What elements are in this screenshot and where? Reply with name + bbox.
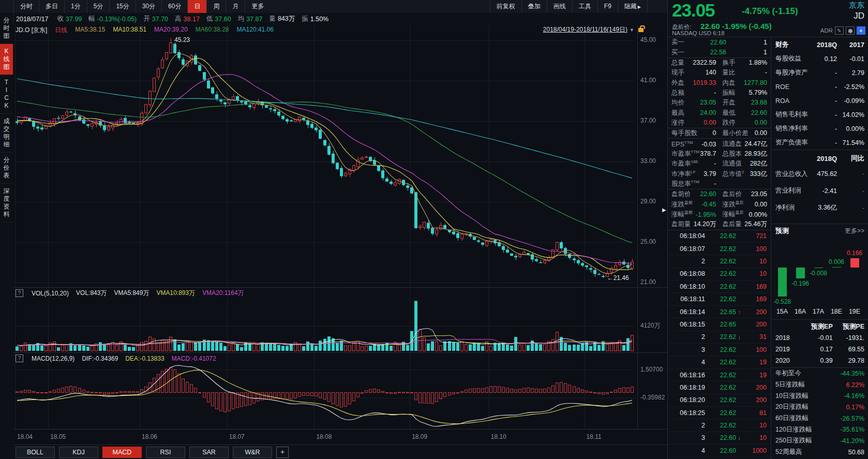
quote-row: 最高24.00最低22.60 [668, 108, 771, 117]
period-tab-60m[interactable]: 60分 [161, 0, 187, 13]
toolbar-draw-line[interactable]: 画线 [547, 0, 572, 13]
bell-icon[interactable] [846, 26, 855, 35]
toolbar-hide[interactable]: 隐藏▶ [618, 0, 648, 13]
more-link[interactable]: 更多>> [845, 227, 864, 235]
trade-price: 22.62 [708, 245, 736, 253]
financials-rows: 每股收益0.12-0.01每股净资产-2.79ROE--2.52%ROA--0.… [771, 52, 868, 150]
vol-legend-item: VMA10:893万 [156, 289, 195, 298]
add-icon[interactable]: + [857, 26, 865, 35]
pe-pe-value: -1931. [833, 334, 864, 342]
forecast-bar-label: -0.196 [791, 280, 809, 287]
help-icon[interactable]: ? [16, 354, 23, 362]
financial-label: 净利润 [775, 203, 810, 212]
financial-label: 资产负债率 [775, 138, 810, 147]
forecast-bar [796, 268, 805, 278]
panel-collapse-arrow[interactable]: ▶ [662, 207, 666, 213]
indicator-tab-kdj[interactable]: KDJ [59, 447, 98, 458]
trade-volume: 10 [743, 270, 767, 277]
chart-title-item: MA20:39.20 [154, 26, 188, 35]
indicator-tab-macd[interactable]: MACD [102, 447, 142, 458]
period-tab-15m[interactable]: 15分 [109, 0, 135, 13]
sidebar-item-price-table[interactable]: 分价表 [0, 153, 13, 184]
period-tab-more[interactable]: 更多 [245, 0, 270, 13]
toolbar-f9[interactable]: F9 [597, 0, 618, 13]
quote-label: 换手 [723, 58, 736, 67]
quote-value: 23.05 [751, 190, 767, 198]
trade-volume: 1000 [743, 447, 767, 454]
trade-row: 222.62↓31 [668, 331, 771, 344]
quote-label: 涨幅盘前 [671, 210, 693, 219]
quote-label: 每手股数 [671, 129, 697, 138]
info-label: 开 [143, 14, 150, 23]
unlock-icon[interactable] [638, 28, 643, 32]
period-tab-1m[interactable]: 1分 [64, 0, 87, 13]
period-tab-30m[interactable]: 30分 [136, 0, 161, 13]
toolbar-forward-adjust[interactable]: 前复权 [490, 0, 521, 13]
toolbar-overlay[interactable]: 叠加 [521, 0, 547, 13]
financial-value: -2.41 [810, 187, 837, 195]
quote-value: -0.45 [701, 201, 716, 208]
forecast-bar-label: -0.528 [773, 298, 791, 305]
left-sidebar: 分时图K线图TICK成交明细分价表深度资料 [0, 13, 13, 459]
date-range-text[interactable]: 2018/04/19-2018/11/16(149日) [543, 25, 627, 34]
quote-row: 涨幅盘前-1.95%涨幅盘后0.00% [668, 210, 771, 219]
financial-label: ROA [775, 97, 810, 105]
pe-col-pe: 预测PE [833, 322, 864, 331]
trade-price: 22.60 [708, 447, 736, 454]
financial-row: 销售净利率-0.00% [771, 122, 868, 136]
quote-label: 涨跌盘前 [671, 200, 693, 209]
sidebar-item-trade-details[interactable]: 成交明细 [0, 114, 13, 153]
quote-label: 总量 [671, 58, 684, 67]
financial-yoy: - [837, 204, 864, 212]
period-tab-week[interactable]: 周 [206, 0, 226, 13]
quote-value: 25.46万 [744, 220, 767, 229]
sidebar-item-depth-info[interactable]: 深度资料 [0, 184, 13, 223]
period-tab-month[interactable]: 月 [226, 0, 245, 13]
vol-legend-item: VOL:843万 [76, 289, 107, 298]
sidebar-item-kline-chart[interactable]: K线图 [0, 44, 13, 75]
indicator-tab-sar[interactable]: SAR [189, 447, 229, 458]
period-tab-day[interactable]: 日 [187, 0, 206, 13]
stat-row: 52周最高50.68 [771, 447, 868, 458]
financial-yoy: - [837, 187, 864, 195]
quote-label: 流通值 [723, 159, 742, 168]
edit-icon[interactable]: ✎ [835, 26, 844, 35]
toolbar-actions: 前复权叠加画线工具F9隐藏▶ [490, 0, 648, 13]
time-sales-list[interactable]: 06:18:0422.6272106:18:0722.62100222.6210… [668, 230, 771, 459]
indicator-tabs: BOLLKDJMACDRSISARW&R+ [13, 445, 667, 459]
indicator-tab-wr[interactable]: W&R [233, 447, 272, 458]
quote-row: EPSTTM-0.03流通盘24.47亿 [668, 139, 771, 149]
kline-canvas[interactable] [13, 25, 667, 445]
trade-row: 06:18:2622.6050 [668, 457, 771, 459]
sidebar-item-tick[interactable]: TICK [0, 75, 13, 114]
trade-price: 22.62 [708, 346, 736, 353]
quote-left-column: 卖一22.601买一22.561总量2322.59换手1.88%现手140量比-… [668, 37, 771, 459]
add-indicator-icon[interactable]: + [276, 447, 289, 458]
trade-time: 06:18:07 [672, 245, 705, 253]
trade-time: 2 [672, 422, 705, 429]
quote-label: 跌停 [723, 119, 736, 127]
indicator-tab-boll[interactable]: BOLL [16, 447, 55, 458]
period-tab-5m[interactable]: 5分 [87, 0, 110, 13]
pe-ep-value: 0.17 [802, 346, 832, 353]
toolbar-tools[interactable]: 工具 [572, 0, 597, 13]
trade-time: 06:18:10 [672, 283, 705, 290]
financials-col-2017: 2017 [837, 41, 864, 49]
pe-year: 2020 [775, 357, 802, 364]
quote-label: 市净率LF [671, 170, 696, 179]
sidebar-item-fenshi-chart[interactable]: 分时图 [0, 13, 13, 44]
volume-legend: ?VOL(5,10,20)VOL:843万VMA5:849万VMA10:893万… [16, 289, 244, 298]
indicator-tab-rsi[interactable]: RSI [146, 447, 185, 458]
financials-header: 财务 2018Q 2017 [771, 37, 868, 52]
period-tab-duori[interactable]: 多日 [39, 0, 64, 13]
stat-value: -44.35% [840, 370, 864, 377]
financial-row: ROE--2.52% [771, 80, 868, 94]
quote-label: 市盈率TTM [671, 150, 699, 158]
financial-value: - [810, 111, 837, 119]
help-icon[interactable]: ? [16, 289, 23, 297]
quote-value: - [714, 160, 716, 167]
forecast-pe-table: 预测EP 预测PE 2018-0.01-1931.20190.1769.5520… [771, 319, 868, 367]
trade-time: 3 [672, 346, 705, 353]
date-range-selector[interactable]: 2018/04/19-2018/11/16(149日) ▼ [543, 25, 643, 34]
period-tab-fenshi[interactable]: 分时 [13, 0, 39, 13]
